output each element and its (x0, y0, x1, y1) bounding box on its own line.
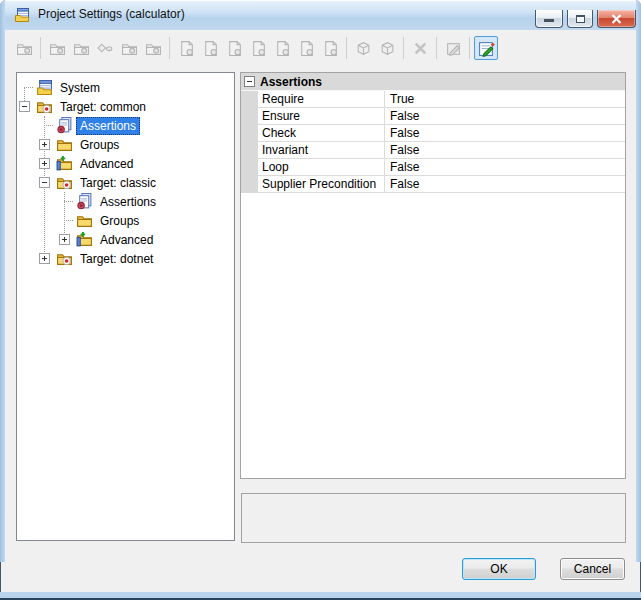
expand-expander[interactable] (59, 234, 70, 245)
property-name[interactable]: Check (258, 125, 385, 142)
add-item-icon (246, 36, 270, 60)
tree-item-assertions-common[interactable]: Assertions (17, 116, 234, 135)
tree-item-assertions-classic[interactable]: Assertions (17, 192, 234, 211)
edit-configuration-icon[interactable] (474, 36, 498, 60)
tree-item-label: Assertions (96, 193, 160, 211)
cancel-button[interactable]: Cancel (560, 558, 625, 580)
property-name[interactable]: Require (258, 91, 385, 108)
groups-folder-icon (56, 136, 73, 153)
new-library-icon (117, 36, 141, 60)
collapse-expander[interactable] (19, 101, 30, 112)
tree-item-target-dotnet[interactable]: Target: dotnet (17, 249, 234, 268)
property-value[interactable]: False (385, 125, 625, 142)
property-name[interactable]: Ensure (258, 108, 385, 125)
tree-item-label: Groups (96, 212, 143, 230)
tree-item-label: Target: common (56, 98, 150, 116)
new-target-icon (69, 36, 93, 60)
tree-item-label: System (56, 79, 104, 97)
open-project-icon (12, 36, 36, 60)
property-name[interactable]: Supplier Precondition (258, 176, 385, 193)
tree-item-system[interactable]: System (17, 78, 234, 97)
minimize-icon (544, 19, 554, 22)
new-system-icon (45, 36, 69, 60)
close-button[interactable] (597, 10, 636, 28)
property-row: Loop False (241, 159, 625, 176)
target-folder-icon (36, 98, 53, 115)
property-row: Ensure False (241, 108, 625, 125)
toolbar-separator (403, 37, 404, 59)
window-frame-left (0, 0, 5, 562)
new-external-icon (375, 36, 399, 60)
ok-button[interactable]: OK (462, 558, 536, 580)
edit-disabled-icon (441, 36, 465, 60)
advanced-folder-icon (56, 155, 73, 172)
window-frame-bottom (0, 592, 641, 600)
tree-item-advanced-classic[interactable]: Advanced (17, 230, 234, 249)
toolbar-separator (436, 37, 437, 59)
add-class-icon (222, 36, 246, 60)
target-folder-icon (56, 250, 73, 267)
property-row: Invariant False (241, 142, 625, 159)
project-settings-dialog: Project Settings (calculator) (0, 0, 641, 600)
toolbar-separator (346, 37, 347, 59)
tree-item-label: Advanced (96, 231, 157, 249)
property-group-title: Assertions (260, 75, 322, 89)
property-value[interactable]: True (385, 91, 625, 108)
titlebar: Project Settings (calculator) (0, 0, 641, 30)
tree-item-advanced-common[interactable]: Advanced (17, 154, 234, 173)
property-name[interactable]: Loop (258, 159, 385, 176)
property-row: Supplier Precondition False (241, 176, 625, 193)
new-cluster-icon (174, 36, 198, 60)
toolbar-separator (469, 37, 470, 59)
groups-folder-icon (76, 212, 93, 229)
tree-item-label: Groups (76, 136, 123, 154)
expand-expander[interactable] (39, 158, 50, 169)
minimize-button[interactable] (535, 10, 563, 28)
window-title: Project Settings (calculator) (38, 0, 185, 30)
system-icon (36, 79, 53, 96)
move-item-icon (294, 36, 318, 60)
assertions-icon (76, 193, 93, 210)
property-name[interactable]: Invariant (258, 142, 385, 159)
tree-item-target-classic[interactable]: Target: classic (17, 173, 234, 192)
group-collapse-expander[interactable] (244, 76, 255, 87)
property-row: Require True (241, 91, 625, 108)
toolbar-separator (40, 37, 41, 59)
property-grid: Assertions Require True Ensure False Che… (240, 72, 626, 479)
tree-item-label: Advanced (76, 155, 137, 173)
property-row: Check False (241, 125, 625, 142)
tree-item-target-common[interactable]: Target: common (17, 97, 234, 116)
new-assembly-icon (141, 36, 165, 60)
close-icon (611, 14, 622, 24)
app-icon (14, 7, 30, 23)
new-override-icon (198, 36, 222, 60)
assertions-icon (56, 117, 73, 134)
property-value[interactable]: False (385, 108, 625, 125)
expand-expander[interactable] (39, 253, 50, 264)
tree-item-label: Assertions (76, 117, 140, 135)
restore-button[interactable] (567, 10, 593, 28)
remove-item-icon (318, 36, 342, 60)
description-panel (241, 493, 626, 543)
property-value[interactable]: False (385, 176, 625, 193)
expand-expander[interactable] (39, 139, 50, 150)
delete-icon (408, 36, 432, 60)
toolbar-separator (169, 37, 170, 59)
property-value[interactable]: False (385, 142, 625, 159)
window-frame-right (636, 0, 641, 562)
property-group-header: Assertions (241, 73, 625, 91)
new-task-icon (351, 36, 375, 60)
settings-tree: System Target: common Assertions Groups (16, 72, 235, 541)
toolbar (5, 32, 636, 64)
target-folder-icon (56, 174, 73, 191)
advanced-folder-icon (76, 231, 93, 248)
link-target-icon (93, 36, 117, 60)
property-value[interactable]: False (385, 159, 625, 176)
tree-item-label: Target: classic (76, 174, 160, 192)
duplicate-item-icon (270, 36, 294, 60)
tree-item-label: Target: dotnet (76, 250, 157, 268)
tree-item-groups-classic[interactable]: Groups (17, 211, 234, 230)
tree-item-groups-common[interactable]: Groups (17, 135, 234, 154)
restore-icon (576, 15, 585, 23)
collapse-expander[interactable] (39, 177, 50, 188)
